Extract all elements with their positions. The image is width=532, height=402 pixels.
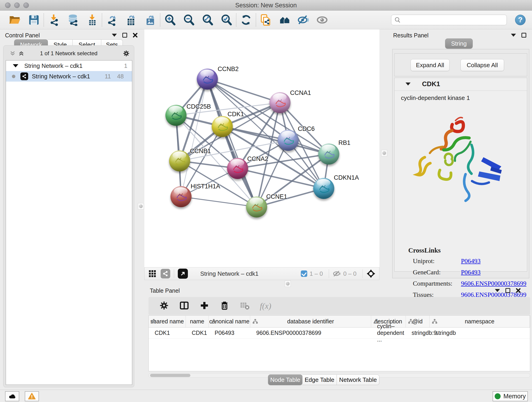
birds-eye-view-icon[interactable] [366, 269, 375, 278]
network-view-icon[interactable] [161, 269, 170, 279]
hierarchy-icon [373, 318, 380, 325]
edge-HIST1H1A-CCNE1[interactable] [181, 197, 257, 207]
node-CCNB1[interactable] [169, 150, 190, 172]
column-header-database-identifier[interactable]: database identifier [250, 316, 371, 327]
cell-database-identifier[interactable]: 9606.ENSP00000378699 [250, 327, 371, 338]
tab-network-table[interactable]: Network Table [337, 375, 380, 385]
crosslink-link[interactable]: P06493 [461, 269, 481, 276]
cell-shared-name[interactable]: CDK1 [149, 327, 186, 338]
node-CDKN1A[interactable] [313, 178, 334, 199]
node-HIST1H1A[interactable] [171, 186, 191, 207]
refresh-icon [240, 14, 252, 26]
node-CDC25B[interactable] [165, 105, 186, 126]
collapse-all-button[interactable]: Collapse All [461, 59, 504, 71]
selected-checkbox-icon[interactable] [301, 270, 307, 277]
left-splitter-handle[interactable] [138, 203, 144, 210]
crosslink-link[interactable]: 9606.ENSP00000378699 [461, 280, 526, 287]
expand-all-button[interactable]: Expand All [411, 59, 450, 71]
zoom-in-button[interactable] [164, 13, 177, 26]
export-table-button[interactable] [125, 13, 138, 26]
tab-edge-table[interactable]: Edge Table [302, 375, 337, 385]
panel-close-icon[interactable] [133, 32, 138, 38]
zoom-selected-button[interactable] [220, 13, 233, 26]
network-row[interactable]: String Network – cdk1 11 48 [6, 71, 132, 82]
column-header-shared-name[interactable]: shared name [149, 316, 186, 327]
hide-selected-button[interactable] [297, 13, 310, 26]
panel-menu-icon[interactable] [112, 34, 117, 37]
panel-close-icon[interactable] [516, 288, 521, 293]
crosslink-link[interactable]: P06493 [461, 257, 481, 265]
expand-collapse-bar: Expand All Collapse All [394, 53, 527, 76]
panel-float-icon[interactable] [521, 33, 526, 38]
grid-view-icon[interactable] [148, 269, 157, 278]
table-row[interactable]: CDK1CDK1P064939606.ENSP00000378699cyclin… [149, 327, 530, 338]
cell-canonical-name[interactable]: P06493 [209, 327, 250, 338]
node-label-CCNB1: CCNB1 [190, 148, 211, 155]
node-CCNE1[interactable] [246, 196, 267, 217]
help-button[interactable]: ? [515, 15, 526, 25]
apply-layout-button[interactable] [240, 13, 253, 26]
edge-CCNB2-CCNA1[interactable] [207, 79, 280, 103]
section-expand-icon[interactable] [405, 83, 411, 85]
panel-float-icon[interactable] [505, 288, 510, 293]
import-table-file-button[interactable] [86, 13, 99, 26]
delete-column-icon[interactable] [220, 300, 230, 312]
panel-float-icon[interactable] [122, 33, 127, 38]
export-image-button[interactable] [144, 13, 157, 26]
save-session-button[interactable] [27, 13, 40, 26]
node-CCNB2[interactable] [197, 69, 218, 89]
node-CDC6[interactable] [278, 130, 299, 151]
clone-network-button[interactable] [259, 13, 272, 26]
cloud-button[interactable] [5, 391, 19, 401]
zoom-fit-button[interactable] [201, 13, 214, 26]
cell-description[interactable]: cyclin–dependent ... [371, 327, 406, 338]
collection-expand-icon[interactable] [13, 64, 18, 67]
detach-view-icon[interactable] [178, 269, 188, 279]
panel-menu-icon[interactable] [511, 34, 516, 37]
table-settings-gear-icon[interactable] [159, 300, 169, 312]
right-splitter-handle[interactable] [381, 150, 387, 156]
bottom-splitter-handle[interactable] [285, 281, 291, 287]
protein-ribbon-thumb [197, 69, 218, 89]
cell-name[interactable]: CDK1 [186, 327, 209, 338]
search-input[interactable] [401, 15, 507, 25]
copy-documents-icon [260, 14, 272, 26]
node-CCNA2[interactable] [227, 158, 248, 179]
open-session-button[interactable] [8, 13, 21, 26]
node-section-header[interactable]: CDK1 [394, 78, 527, 91]
protein-ribbon-thumb [318, 143, 339, 165]
cell-namespace[interactable]: stringdb [430, 327, 530, 338]
warnings-button[interactable] [25, 391, 39, 401]
import-network-database-button[interactable] [66, 13, 79, 26]
open-folder-icon [9, 14, 21, 26]
first-neighbors-button[interactable] [278, 13, 291, 26]
search-field[interactable] [391, 15, 507, 25]
show-all-button[interactable] [316, 13, 329, 26]
panel-menu-icon[interactable] [495, 289, 500, 292]
network-canvas[interactable]: CCNB2CCNA1CDC25BCDK1CDC6RB1CCNB1CCNA2CDK… [144, 29, 380, 267]
column-header-namespace[interactable]: namespace [430, 316, 530, 327]
edge-CCNB2-HIST1H1A[interactable] [181, 79, 207, 197]
column-header--id[interactable]: @id [406, 316, 430, 327]
cell--id[interactable]: stringdb:9... [406, 327, 430, 338]
column-header-name[interactable]: name [186, 316, 209, 327]
add-column-icon[interactable] [199, 300, 209, 312]
tab-node-table[interactable]: Node Table [268, 375, 302, 385]
export-network-button[interactable] [105, 13, 118, 26]
node-RB1[interactable] [318, 143, 339, 165]
memory-button[interactable]: Memory [493, 391, 528, 401]
gear-icon[interactable] [123, 50, 130, 58]
network-collection-row[interactable]: String Network – cdk1 1 [6, 61, 132, 71]
show-columns-icon[interactable] [179, 300, 189, 312]
hidden-eye-slash-icon[interactable] [333, 269, 341, 278]
node-label-CDC6: CDC6 [298, 125, 315, 133]
column-header-canonical-name[interactable]: canonical name [209, 316, 250, 327]
node-CDK1[interactable] [212, 116, 233, 137]
zoom-out-button[interactable] [182, 13, 195, 26]
tab-string[interactable]: String [445, 38, 473, 49]
window-titlebar: Session: New Session [0, 0, 532, 11]
import-network-file-button[interactable] [47, 13, 60, 26]
column-header-description[interactable]: description [371, 316, 406, 327]
node-CCNA1[interactable] [269, 92, 291, 113]
protein-ribbon-thumb [269, 92, 291, 113]
